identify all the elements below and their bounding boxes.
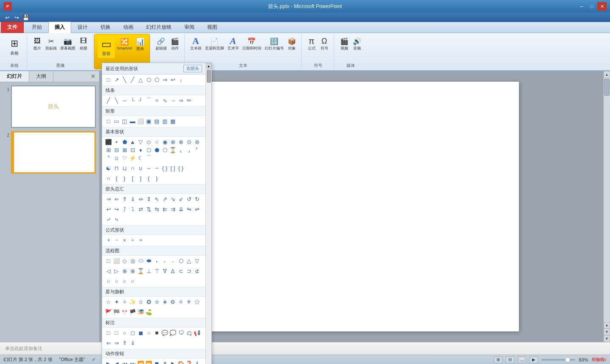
action-button[interactable]: 🎬 动作 [169, 36, 181, 52]
picture-button[interactable]: 🖼 图片 [31, 36, 43, 52]
ac10[interactable]: 🏠 [177, 360, 185, 364]
shape-line1[interactable]: ╲ [121, 76, 128, 83]
bs5[interactable]: ▽ [137, 138, 144, 146]
qa-save-icon[interactable]: 💾 [22, 14, 30, 21]
bs30[interactable]: ⌒ [145, 154, 152, 162]
shape-line-r[interactable]: ┘ [137, 97, 144, 104]
ac4[interactable]: ⏭ [129, 360, 136, 364]
table-button[interactable]: ⊞ 表格 [6, 36, 23, 58]
tab-insert[interactable]: 插入 [48, 22, 71, 33]
arr24[interactable]: ⇌ [193, 205, 201, 213]
arr15[interactable]: ⤴ [121, 205, 128, 213]
shape-line-diag1[interactable]: ╱ [105, 97, 112, 104]
tab-file[interactable]: 文件 [1, 22, 24, 33]
shape-line-s1[interactable]: ⌒ [145, 97, 152, 104]
bs19[interactable]: ⬢ [153, 146, 161, 154]
hyperlink-button[interactable]: 🔗 超链接 [154, 36, 168, 52]
shape-sq4[interactable]: ▬ [129, 117, 136, 125]
slidenum-button[interactable]: 🔢 幻灯片编号 [263, 36, 285, 52]
notes-area[interactable]: 单击此处添加备注 [0, 342, 610, 355]
scroll-up-button[interactable]: ▲ [604, 71, 610, 78]
st11[interactable]: ⚜ [185, 298, 193, 306]
st14[interactable]: 🏁 [113, 308, 120, 316]
shape-tri[interactable]: △ [137, 76, 144, 83]
arr8[interactable]: ⇗ [161, 195, 169, 203]
st16[interactable]: 🏴 [129, 308, 136, 316]
arr20[interactable]: ⇇ [161, 205, 169, 213]
bs10[interactable]: ⊗ [177, 138, 185, 146]
arr22[interactable]: ⇊ [177, 205, 185, 213]
arr25[interactable]: ⤶ [105, 215, 112, 223]
ca9[interactable]: 💭 [169, 329, 177, 336]
bs4[interactable]: ▲ [129, 138, 136, 146]
bs24[interactable]: ⌜ [193, 146, 201, 154]
normal-view-btn[interactable]: ⊞ [494, 356, 502, 363]
bs16[interactable]: ⊡ [129, 146, 136, 154]
st10[interactable]: ⚛ [177, 298, 185, 306]
tab-start[interactable]: 开始 [25, 22, 48, 33]
fl26[interactable]: ○ [113, 277, 120, 285]
shape-undo[interactable]: ↩ [169, 76, 177, 83]
right-scrollbar[interactable]: ▲ ▲ ▼ ▼ [603, 71, 610, 342]
fl17[interactable]: ⌛ [137, 267, 144, 275]
bs3[interactable]: ⬟ [121, 138, 128, 146]
tab-animation[interactable]: 动画 [117, 22, 140, 33]
st18[interactable]: ⛳ [145, 308, 152, 316]
ca8[interactable]: 💬 [161, 329, 169, 336]
arr26[interactable]: ⤷ [113, 215, 120, 223]
slideshow-btn[interactable]: ▶ [530, 356, 538, 363]
fl6[interactable]: ⬬ [145, 257, 152, 265]
scroll-down-button[interactable]: ▼ [604, 335, 610, 342]
arr10[interactable]: ⇙ [177, 195, 185, 203]
bs18[interactable]: ⬡ [145, 146, 152, 154]
bs40[interactable]: { } [177, 164, 185, 172]
arr21[interactable]: ⇉ [169, 205, 177, 213]
ca1[interactable]: □ [105, 329, 112, 336]
shape-sq5[interactable]: ⬜ [137, 117, 144, 125]
shape-pen[interactable]: ✏ [185, 97, 193, 104]
bs46[interactable]: { [145, 174, 152, 182]
tab-slides[interactable]: 幻灯片 [0, 71, 29, 82]
bs43[interactable]: } [121, 174, 128, 182]
bs44[interactable]: [ [129, 174, 136, 182]
arr14[interactable]: ↪ [113, 205, 120, 213]
bs28[interactable]: ⚡ [129, 154, 136, 162]
qa-undo-icon[interactable]: ↩ [3, 14, 11, 21]
bs9[interactable]: ⊕ [169, 138, 177, 146]
ac2[interactable]: ◀ [113, 360, 120, 364]
bs32[interactable]: ⊓ [113, 164, 120, 172]
slide-thumbnail-2[interactable] [11, 131, 96, 174]
arr2[interactable]: ⇐ [113, 195, 120, 203]
clipart-button[interactable]: ✂ 剪贴画 [44, 36, 58, 52]
ca12[interactable]: 📢 [193, 329, 201, 336]
bs25[interactable]: ⌝ [105, 154, 112, 162]
fl24[interactable]: ⊄ [193, 267, 201, 275]
bs17[interactable]: ♦ [137, 146, 144, 154]
fl3[interactable]: ◇ [121, 257, 128, 265]
ac3[interactable]: ⏮ [121, 360, 128, 364]
zoom-thumb[interactable] [565, 357, 570, 362]
arr18[interactable]: ⇅ [145, 205, 152, 213]
tab-transition[interactable]: 切换 [94, 22, 117, 33]
ca10[interactable]: 🗨 [177, 329, 185, 336]
fl21[interactable]: ∆ [169, 267, 177, 275]
bs31[interactable]: ☯ [105, 164, 112, 172]
fl8[interactable]: ⬪ [161, 257, 169, 265]
ac5[interactable]: ⏪ [137, 360, 144, 364]
fm4[interactable]: ÷ [129, 236, 136, 244]
minimize-button[interactable]: ─ [577, 2, 586, 11]
tab-view[interactable]: 视图 [201, 22, 224, 33]
header-footer-button[interactable]: 📄 页眉和页脚 [204, 36, 225, 52]
bs23[interactable]: ⌟ [185, 146, 193, 154]
arr16[interactable]: ⤵ [129, 205, 136, 213]
scroll-up-btn[interactable]: ▲ [206, 63, 211, 69]
scroll-page-down-btn[interactable]: ▼ [604, 328, 610, 335]
shape-rarrow[interactable]: ⇒ [161, 76, 169, 83]
ca15[interactable]: ⇑ [121, 339, 128, 347]
bs47[interactable]: } [153, 174, 161, 182]
st4[interactable]: ✨ [129, 298, 136, 306]
shape-sq2[interactable]: ▭ [113, 117, 120, 125]
right-arrow-label[interactable]: 右箭头 [183, 65, 202, 72]
bs14[interactable]: ⊟ [113, 146, 120, 154]
ca13[interactable]: ⇐ [105, 339, 112, 347]
